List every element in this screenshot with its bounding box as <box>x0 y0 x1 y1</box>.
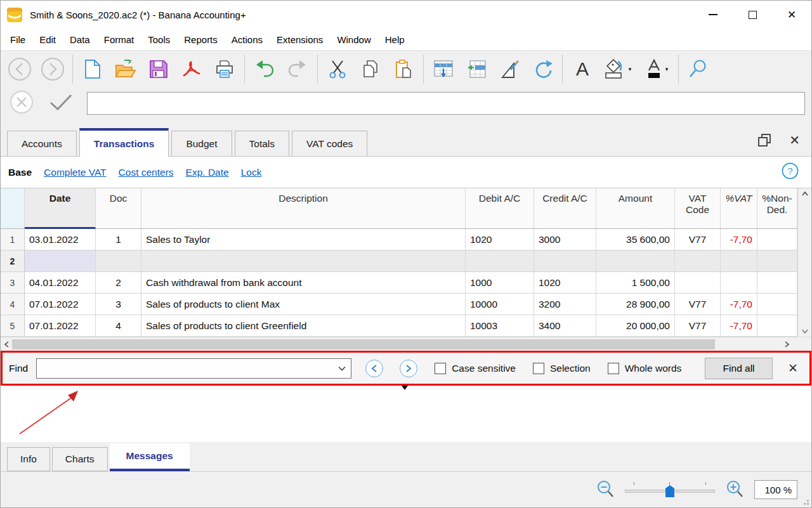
cancel-edit-icon[interactable] <box>10 90 34 117</box>
cell-amount[interactable]: 1 500,00 <box>596 272 675 293</box>
cell-vat-code[interactable]: V77 <box>675 294 721 315</box>
zoom-in-icon[interactable] <box>725 480 744 499</box>
cell-pct-non-ded[interactable] <box>757 315 797 336</box>
cell-date[interactable]: 03.01.2022 <box>25 229 96 250</box>
cell-doc[interactable]: 3 <box>96 294 141 315</box>
menu-window[interactable]: Window <box>330 31 377 48</box>
column-header-pct-vat[interactable]: %VAT <box>721 188 757 228</box>
find-previous-button[interactable] <box>365 360 383 377</box>
find-all-button[interactable]: Find all <box>705 358 773 379</box>
menu-reports[interactable]: Reports <box>177 31 225 48</box>
column-header-amount[interactable]: Amount <box>596 188 675 228</box>
cell-date-current[interactable] <box>25 251 96 271</box>
print-icon[interactable] <box>208 53 241 85</box>
paste-icon[interactable] <box>387 53 420 85</box>
font-icon[interactable]: A <box>566 53 599 85</box>
cell-credit[interactable]: 3400 <box>534 315 596 336</box>
cell-credit[interactable]: 1020 <box>534 272 596 293</box>
hscroll-thumb[interactable] <box>12 339 715 349</box>
menu-extensions[interactable]: Extensions <box>270 31 330 48</box>
cell-description[interactable]: Sales of products to client Greenfield <box>141 315 466 336</box>
help-icon[interactable]: ? <box>782 162 799 182</box>
cell-date[interactable]: 07.01.2022 <box>25 315 96 336</box>
menu-format[interactable]: Format <box>97 31 141 48</box>
column-header-doc[interactable]: Doc <box>96 188 141 228</box>
cell-edit-input[interactable] <box>87 92 805 115</box>
cell-pct-vat[interactable] <box>721 251 757 271</box>
table-row[interactable]: 4 07.01.2022 3 Sales of products to clie… <box>1 294 797 315</box>
view-exp-date[interactable]: Exp. Date <box>186 167 229 178</box>
scroll-left-icon[interactable] <box>1 341 12 348</box>
selection-option[interactable]: Selection <box>533 363 591 374</box>
cell-debit[interactable]: 10000 <box>466 294 534 315</box>
new-file-icon[interactable] <box>76 53 109 85</box>
tab-accounts[interactable]: Accounts <box>7 131 77 156</box>
cell-credit[interactable]: 3200 <box>534 294 596 315</box>
copy-icon[interactable] <box>354 53 387 85</box>
cell-vat-code[interactable] <box>675 251 721 271</box>
cell-debit[interactable]: 1000 <box>466 272 534 293</box>
open-file-icon[interactable] <box>109 53 142 85</box>
scroll-right-icon[interactable] <box>781 341 792 348</box>
menu-tools[interactable]: Tools <box>141 31 177 48</box>
accept-edit-icon[interactable] <box>49 93 73 114</box>
menu-edit[interactable]: Edit <box>32 31 63 48</box>
row-number[interactable]: 2 <box>1 251 25 271</box>
cell-debit[interactable] <box>466 251 534 271</box>
cell-amount[interactable]: 28 900,00 <box>596 294 675 315</box>
cell-description[interactable]: Sales of products to client Max <box>141 294 466 315</box>
find-input[interactable] <box>42 363 338 374</box>
tab-totals[interactable]: Totals <box>235 131 290 156</box>
splitter-handle-icon[interactable] <box>402 386 408 393</box>
tab-budget[interactable]: Budget <box>171 131 232 156</box>
zoom-out-icon[interactable] <box>596 480 615 499</box>
tab-messages[interactable]: Messages <box>110 443 190 471</box>
menu-file[interactable]: File <box>3 31 32 48</box>
slider-thumb[interactable] <box>665 485 674 497</box>
cell-description[interactable] <box>141 251 466 271</box>
cell-vat-code[interactable]: V77 <box>675 315 721 336</box>
menu-data[interactable]: Data <box>63 31 97 48</box>
cell-credit[interactable]: 3000 <box>534 229 596 250</box>
column-header-vat-code[interactable]: VAT Code <box>675 188 721 228</box>
cell-pct-non-ded[interactable] <box>757 272 797 293</box>
insert-row-icon[interactable] <box>427 53 460 85</box>
tab-charts[interactable]: Charts <box>52 447 108 471</box>
resize-grip[interactable] <box>801 497 809 505</box>
undo-icon[interactable] <box>248 53 281 85</box>
scroll-up-icon[interactable] <box>802 192 808 196</box>
table-row-selected[interactable]: 2 <box>1 251 797 272</box>
cell-doc[interactable]: 4 <box>96 315 141 336</box>
cell-vat-code[interactable] <box>675 272 721 293</box>
table-row[interactable]: 3 04.01.2022 2 Cash withdrawal from bank… <box>1 272 797 294</box>
back-icon[interactable] <box>3 53 36 85</box>
row-number[interactable]: 1 <box>1 229 25 250</box>
cell-pct-vat[interactable]: -7,70 <box>721 229 757 250</box>
cell-pct-non-ded[interactable] <box>757 251 797 271</box>
row-number[interactable]: 3 <box>1 272 25 293</box>
menu-actions[interactable]: Actions <box>225 31 270 48</box>
case-sensitive-checkbox[interactable] <box>435 363 446 374</box>
close-table-icon[interactable]: ✕ <box>789 134 800 147</box>
cell-date[interactable]: 04.01.2022 <box>25 272 96 293</box>
corner-header-cell[interactable] <box>1 188 25 228</box>
view-complete-vat[interactable]: Complete VAT <box>44 167 107 178</box>
column-header-description[interactable]: Description <box>141 188 466 228</box>
whole-words-option[interactable]: Whole words <box>608 363 682 374</box>
cut-icon[interactable] <box>321 53 354 85</box>
maximize-button[interactable] <box>733 1 772 29</box>
cell-date[interactable]: 07.01.2022 <box>25 294 96 315</box>
selection-checkbox[interactable] <box>533 363 544 374</box>
cell-doc[interactable] <box>96 251 141 271</box>
zoom-slider[interactable] <box>625 481 715 498</box>
cell-description[interactable]: Cash withdrawal from bank account <box>141 272 466 293</box>
column-header-date[interactable]: Date <box>25 188 96 229</box>
column-header-pct-non-ded[interactable]: %Non-Ded. <box>757 188 797 228</box>
table-row[interactable]: 1 03.01.2022 1 Sales to Taylor 1020 3000… <box>1 229 797 251</box>
case-sensitive-option[interactable]: Case sensitive <box>435 363 516 374</box>
cell-amount[interactable]: 35 600,00 <box>596 229 675 250</box>
tab-info[interactable]: Info <box>7 447 50 471</box>
cell-description[interactable]: Sales to Taylor <box>141 229 466 250</box>
view-cost-centers[interactable]: Cost centers <box>119 167 174 178</box>
cell-doc[interactable]: 2 <box>96 272 141 293</box>
